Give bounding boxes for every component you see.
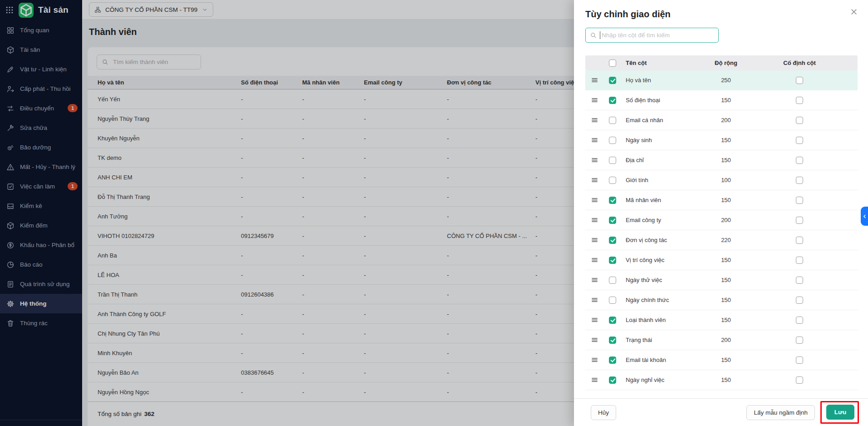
column-visible-checkbox[interactable] <box>609 317 616 324</box>
column-name: Ngày thử việc <box>622 277 699 283</box>
column-config-row: Mã nhân viên150 <box>585 190 858 210</box>
drag-handle-icon[interactable] <box>585 196 603 204</box>
column-visible-checkbox[interactable] <box>609 217 616 224</box>
column-width: 220 <box>699 237 753 243</box>
drag-handle-icon[interactable] <box>585 216 603 224</box>
column-visible-checkbox[interactable] <box>609 177 616 184</box>
column-visible-checkbox[interactable] <box>609 137 616 144</box>
column-width: 150 <box>699 357 753 363</box>
close-icon[interactable] <box>850 8 858 16</box>
column-name: Trạng thái <box>622 337 699 343</box>
column-name: Ngày nghỉ việc <box>622 376 699 383</box>
drag-handle-icon[interactable] <box>585 76 603 84</box>
text-cursor <box>600 31 600 39</box>
column-visible-checkbox[interactable] <box>609 277 616 284</box>
column-config-row: Địa chỉ150 <box>585 150 858 170</box>
column-config-row: Ngày thử việc150 <box>585 270 858 290</box>
column-fixed-checkbox[interactable] <box>796 277 803 284</box>
column-config-row: Loại thành viên150 <box>585 310 858 330</box>
column-visible-checkbox[interactable] <box>609 97 616 104</box>
column-fixed-checkbox[interactable] <box>796 177 803 184</box>
column-width: 150 <box>699 137 753 144</box>
drag-handle-icon[interactable] <box>585 116 603 124</box>
column-fixed-checkbox[interactable] <box>796 337 803 344</box>
column-fixed-checkbox[interactable] <box>796 297 803 304</box>
column-fixed-checkbox[interactable] <box>796 117 803 124</box>
column-visible-checkbox[interactable] <box>609 77 616 84</box>
drag-handle-icon[interactable] <box>585 276 603 284</box>
drag-handle-icon[interactable] <box>585 156 603 164</box>
drag-handle-icon[interactable] <box>585 356 603 364</box>
drag-handle-icon[interactable] <box>585 296 603 304</box>
column-name: Ngày chính thức <box>622 297 699 303</box>
save-button[interactable]: Lưu <box>826 405 854 420</box>
column-name: Địa chỉ <box>622 157 699 163</box>
column-config-row: Email cá nhân200 <box>585 110 858 130</box>
column-width: 150 <box>699 317 753 323</box>
column-width: 150 <box>699 157 753 163</box>
column-fixed-checkbox[interactable] <box>796 257 803 264</box>
drag-handle-icon[interactable] <box>585 96 603 104</box>
column-config-header: Tên cột Độ rộng Cố định cột <box>585 55 858 70</box>
column-name: Loại thành viên <box>622 317 699 323</box>
column-fixed-checkbox[interactable] <box>796 77 803 84</box>
column-visible-checkbox[interactable] <box>609 237 616 244</box>
drag-handle-icon[interactable] <box>585 336 603 344</box>
column-config-row: Ngày nghỉ việc150 <box>585 370 858 390</box>
column-fixed-checkbox[interactable] <box>796 317 803 324</box>
column-width: 150 <box>699 297 753 303</box>
column-name: Giới tính <box>622 177 699 183</box>
column-visible-checkbox[interactable] <box>609 117 616 124</box>
column-name: Ngày sinh <box>622 137 699 144</box>
column-width: 150 <box>699 376 753 383</box>
header-column-width: Độ rộng <box>699 59 753 66</box>
drag-handle-icon[interactable] <box>585 256 603 264</box>
column-visible-checkbox[interactable] <box>609 197 616 204</box>
column-config-row: Email công ty200 <box>585 210 858 230</box>
drag-handle-icon[interactable] <box>585 176 603 184</box>
column-fixed-checkbox[interactable] <box>796 137 803 144</box>
column-config-row: Giới tính100 <box>585 170 858 190</box>
column-config-row: Ngày sinh150 <box>585 130 858 150</box>
cancel-button[interactable]: Hủy <box>591 405 616 420</box>
column-fixed-checkbox[interactable] <box>796 157 803 164</box>
column-name: Email công ty <box>622 217 699 223</box>
column-width: 200 <box>699 217 753 223</box>
column-width: 150 <box>699 197 753 203</box>
column-name: Email cá nhân <box>622 117 699 124</box>
column-width: 150 <box>699 97 753 104</box>
column-visible-checkbox[interactable] <box>609 376 616 384</box>
column-search-input[interactable] <box>601 31 714 39</box>
column-visible-checkbox[interactable] <box>609 337 616 344</box>
column-fixed-checkbox[interactable] <box>796 197 803 204</box>
column-fixed-checkbox[interactable] <box>796 237 803 244</box>
column-name: Họ và tên <box>622 77 699 84</box>
customize-view-drawer: Tùy chỉnh giao diện Tên cột Độ rộng Cố đ… <box>574 0 868 426</box>
column-fixed-checkbox[interactable] <box>796 376 803 384</box>
column-fixed-checkbox[interactable] <box>796 217 803 224</box>
column-visible-checkbox[interactable] <box>609 257 616 264</box>
drawer-footer: Hủy Lấy mẫu ngầm định Lưu <box>574 398 868 426</box>
default-template-button[interactable]: Lấy mẫu ngầm định <box>746 405 815 420</box>
column-config-row: Trạng thái200 <box>585 330 858 350</box>
drag-handle-icon[interactable] <box>585 236 603 244</box>
column-name: Đơn vị công tác <box>622 237 699 243</box>
column-fixed-checkbox[interactable] <box>796 357 803 364</box>
column-visible-checkbox[interactable] <box>609 157 616 164</box>
column-config-row: Họ và tên250 <box>585 70 858 90</box>
column-width: 100 <box>699 177 753 183</box>
column-width: 150 <box>699 277 753 283</box>
column-visible-checkbox[interactable] <box>609 297 616 304</box>
column-visible-checkbox[interactable] <box>609 357 616 364</box>
column-config-table: Tên cột Độ rộng Cố định cột Họ và tên250… <box>585 55 858 390</box>
column-name: Số điện thoại <box>622 97 699 104</box>
header-column-name: Tên cột <box>622 59 699 66</box>
drag-handle-icon[interactable] <box>585 316 603 324</box>
drag-handle-icon[interactable] <box>585 136 603 144</box>
column-name: Mã nhân viên <box>622 197 699 203</box>
column-fixed-checkbox[interactable] <box>796 97 803 104</box>
drag-handle-icon[interactable] <box>585 376 603 384</box>
select-all-columns-checkbox[interactable] <box>609 59 616 67</box>
column-width: 250 <box>699 77 753 84</box>
expand-panel-tab[interactable] <box>861 207 868 226</box>
